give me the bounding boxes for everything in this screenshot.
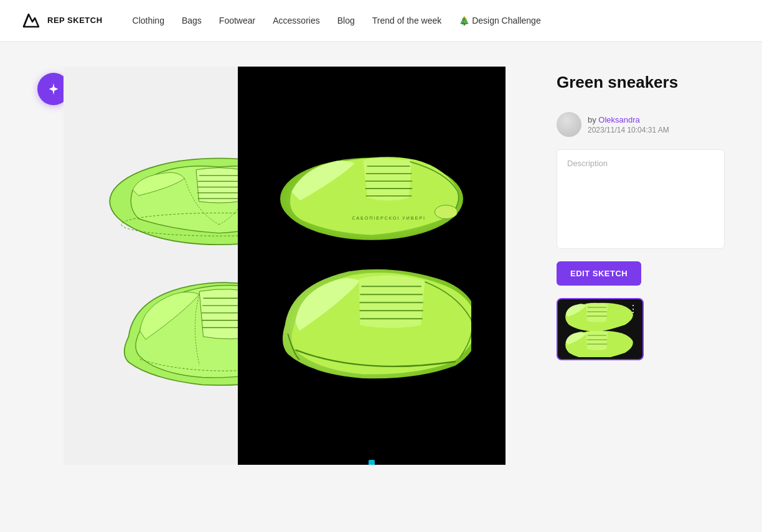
thumbnail-box[interactable]: ⋮ — [557, 298, 644, 360]
nav-bags[interactable]: Bags — [182, 16, 202, 26]
description-box: Description — [557, 149, 725, 249]
photo-side: САБОПІЕРСКОІ УИВЕРІ — [238, 67, 506, 465]
sneaker-photo-top: САБОПІЕРСКОІ УИВЕРІ — [272, 146, 471, 252]
author-info: by Oleksandra 2023/11/14 10:04:31 AM — [588, 115, 669, 134]
logo-icon — [20, 9, 42, 32]
thumbnail-menu-icon[interactable]: ⋮ — [628, 303, 639, 315]
author-avatar — [557, 112, 581, 137]
nav-clothing[interactable]: Clothing — [133, 16, 164, 26]
right-panel: Green sneakers by Oleksandra 2023/11/14 … — [557, 67, 725, 507]
svg-point-21 — [435, 205, 458, 218]
thumbnail-image — [563, 301, 637, 357]
comparison-wrapper: САБОПІЕРСКОІ УИВЕРІ — [64, 67, 506, 465]
sketch-area: САБОПІЕРСКОІ УИВЕРІ — [37, 67, 532, 507]
sparkle-icon — [47, 82, 60, 96]
main-content: САБОПІЕРСКОІ УИВЕРІ — [0, 42, 762, 532]
svg-text:САБОПІЕРСКОІ УИВЕРІ: САБОПІЕРСКОІ УИВЕРІ — [352, 215, 425, 220]
navbar: REP SKETCH Clothing Bags Footwear Access… — [0, 0, 762, 42]
nav-accessories[interactable]: Accessories — [273, 16, 319, 26]
sneaker-photo-bottom — [272, 264, 471, 386]
nav-footwear[interactable]: Footwear — [219, 16, 255, 26]
logo-text: REP SKETCH — [47, 16, 103, 26]
nav-links: Clothing Bags Footwear Accessories Blog … — [133, 16, 742, 26]
edit-sketch-button[interactable]: EDIT SKETCH — [557, 261, 641, 286]
teal-accent — [369, 460, 375, 465]
author-by: by Oleksandra — [588, 115, 669, 124]
svg-point-1 — [52, 88, 55, 90]
logo[interactable]: REP SKETCH — [20, 9, 103, 32]
description-placeholder: Description — [567, 159, 608, 168]
product-title: Green sneakers — [557, 73, 725, 92]
nav-trend[interactable]: Trend of the week — [372, 16, 442, 26]
author-name-link[interactable]: Oleksandra — [598, 115, 639, 124]
nav-design-challenge[interactable]: 🎄 Design Challenge — [459, 16, 540, 26]
author-row: by Oleksandra 2023/11/14 10:04:31 AM — [557, 112, 725, 137]
thumbnail-inner: ⋮ — [558, 299, 642, 359]
author-date: 2023/11/14 10:04:31 AM — [588, 126, 669, 134]
nav-blog[interactable]: Blog — [337, 16, 355, 26]
